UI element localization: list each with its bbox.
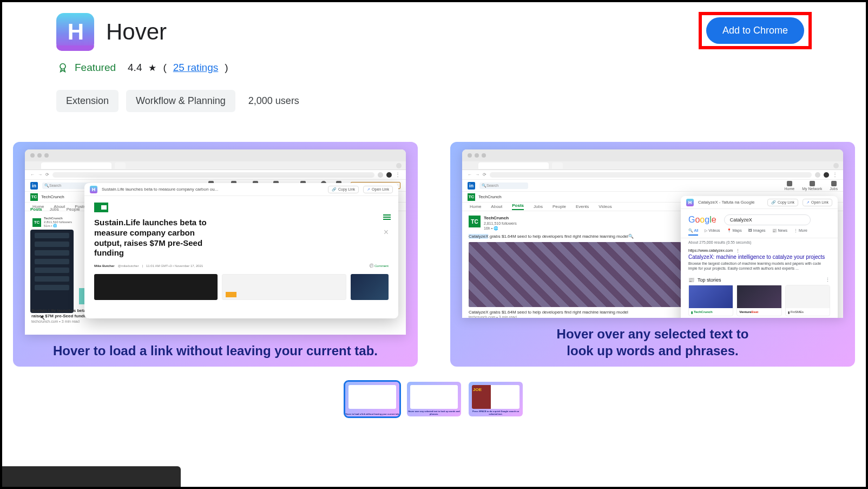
techcrunch-logo-icon: TC bbox=[30, 193, 38, 201]
screenshot-1-caption: Hover to load a link without leaving you… bbox=[25, 342, 406, 359]
linkedin-search: 🔍 Search bbox=[479, 182, 528, 189]
featured-badge-icon bbox=[57, 61, 68, 75]
featured-label: Featured bbox=[75, 62, 116, 74]
star-icon: ★ bbox=[148, 62, 156, 74]
svg-point-0 bbox=[60, 64, 65, 69]
app-title: Hover bbox=[106, 19, 167, 45]
add-button-highlight: Add to Chrome bbox=[699, 12, 812, 49]
screenshot-2[interactable]: ←→⟳⋮ in 🔍 Search Home My Network Jobs TC bbox=[450, 142, 855, 367]
copy-link-button: 🔗Copy Link bbox=[328, 186, 359, 193]
users-count: 2,000 users bbox=[248, 95, 299, 107]
popup-title: Sustain.Life launches beta to measure co… bbox=[102, 187, 324, 192]
techcrunch-name: TechCrunch bbox=[41, 194, 64, 199]
close-icon: × bbox=[384, 227, 389, 237]
thumbnail-1[interactable]: Hover to load a link without leaving you… bbox=[345, 382, 399, 416]
bottom-overlay-bar bbox=[2, 466, 181, 487]
ratings-open-paren: ( bbox=[163, 62, 166, 74]
ratings-close-paren: ) bbox=[225, 62, 228, 74]
google-result-title: CatalyzeX: machine intelligence to catal… bbox=[688, 254, 830, 260]
linkedin-search: 🔍 Search bbox=[42, 182, 91, 189]
browser-mock-2: ←→⟳⋮ in 🔍 Search Home My Network Jobs TC bbox=[462, 149, 843, 318]
linkedin-logo-icon: in bbox=[30, 182, 38, 190]
browser-mock-1: ←→⟳⋮ in 🔍 Search Home My Network Jobs Me… bbox=[25, 149, 406, 335]
app-icon: H bbox=[56, 13, 94, 51]
rating-value: 4.4 bbox=[128, 62, 142, 74]
techcrunch-article-logo-icon bbox=[94, 203, 108, 212]
open-link-button: ↗Open Link bbox=[363, 186, 393, 193]
google-tabs: 🔍 All ▷ Videos 📍 Maps 🖼 Images 📰 News ⋮ … bbox=[681, 227, 838, 238]
hover-app-icon: H bbox=[90, 186, 97, 193]
hamburger-icon bbox=[383, 214, 391, 220]
thumbnail-strip: Hover to load a link without leaving you… bbox=[56, 382, 812, 416]
thumbnail-3[interactable]: JOE Press SPACE to do a quick Google sea… bbox=[469, 382, 523, 416]
tag-extension[interactable]: Extension bbox=[56, 90, 119, 112]
tag-category[interactable]: Workflow & Planning bbox=[126, 90, 235, 112]
hover-popup: H Sustain.Life launches beta to measure … bbox=[84, 183, 398, 318]
google-search-field: CatalyzeX bbox=[724, 214, 811, 225]
hover-app-icon: H bbox=[686, 199, 694, 206]
google-result-stats: About 275,000 results (0.55 seconds) bbox=[681, 238, 838, 246]
thumbnail-2[interactable]: Hover over any selected text to look up … bbox=[407, 382, 461, 416]
add-to-chrome-button[interactable]: Add to Chrome bbox=[706, 17, 804, 44]
google-logo: Google bbox=[688, 215, 716, 225]
hover-popup-google: H CatalyzeX - Tafuta na Google 🔗Copy Lin… bbox=[681, 196, 838, 318]
linkedin-logo-icon: in bbox=[468, 182, 475, 190]
google-top-stories-header: 📰Top stories⋮ bbox=[681, 273, 838, 285]
ratings-link[interactable]: 25 ratings bbox=[173, 62, 218, 74]
google-result-url: https://www.catalyzex.com ⋮ bbox=[688, 249, 830, 253]
app-icon-letter: H bbox=[68, 19, 83, 45]
article-headline: Sustain.Life launches beta to measure co… bbox=[94, 218, 224, 258]
google-result-desc: Browse the largest collection of machine… bbox=[688, 261, 830, 271]
open-link-button: ↗Open Link bbox=[803, 199, 832, 206]
popup-title: CatalyzeX - Tafuta na Google bbox=[698, 200, 763, 205]
copy-link-button: 🔗Copy Link bbox=[767, 199, 798, 206]
screenshot-1[interactable]: ←→⟳⋮ in 🔍 Search Home My Network Jobs Me… bbox=[13, 142, 418, 367]
techcrunch-logo-icon: TC bbox=[468, 193, 475, 201]
cursor-icon: ↖ bbox=[40, 314, 45, 322]
screenshot-2-caption: Hover over any selected text tolook up w… bbox=[462, 325, 843, 359]
